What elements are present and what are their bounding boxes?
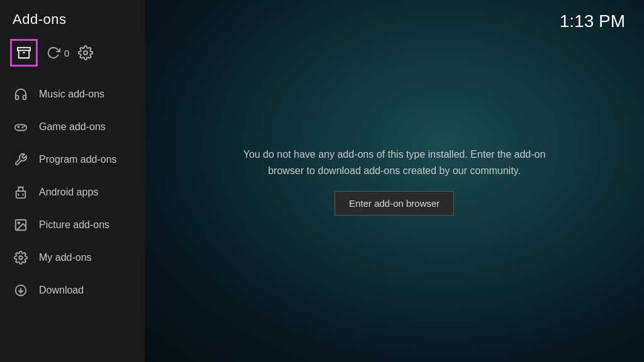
android-icon xyxy=(13,184,29,200)
sidebar-nav: Music add-ons Game add-ons xyxy=(0,75,145,362)
myadd-icon xyxy=(13,250,29,266)
sidebar-item-android[interactable]: Android apps xyxy=(0,176,145,209)
svg-line-8 xyxy=(18,187,19,188)
svg-rect-0 xyxy=(18,48,30,51)
sidebar-item-myadd[interactable]: My add-ons xyxy=(0,241,145,274)
sidebar-item-download[interactable]: Download xyxy=(0,274,145,307)
download-icon xyxy=(13,282,29,299)
svg-point-2 xyxy=(84,51,87,55)
sidebar-item-label: Picture add-ons xyxy=(39,219,109,231)
toolbar: 0 xyxy=(0,34,145,75)
refresh-count: 0 xyxy=(64,48,69,58)
svg-rect-7 xyxy=(15,124,26,130)
refresh-area[interactable]: 0 xyxy=(47,46,69,60)
sidebar-item-picture[interactable]: Picture add-ons xyxy=(0,209,145,241)
gamepad-icon xyxy=(13,119,29,135)
svg-point-13 xyxy=(18,222,19,224)
sidebar-item-label: Game add-ons xyxy=(39,121,106,133)
sidebar-item-label: Download xyxy=(39,285,84,296)
main-content: 1:13 PM You do not have any add-ons of t… xyxy=(145,0,644,362)
enter-browser-button[interactable]: Enter add-on browser xyxy=(335,191,454,216)
time-display: 1:13 PM xyxy=(560,11,625,31)
svg-line-9 xyxy=(23,187,24,188)
page-title: Add-ons xyxy=(0,0,145,34)
sidebar-item-label: Music add-ons xyxy=(39,89,104,100)
sidebar-item-game[interactable]: Game add-ons xyxy=(0,111,145,143)
sidebar: Add-ons 0 xyxy=(0,0,145,362)
image-icon xyxy=(13,217,29,233)
refresh-icon xyxy=(47,46,60,60)
message-box: You do not have any add-ons of this type… xyxy=(237,146,552,216)
sidebar-item-label: My add-ons xyxy=(39,252,92,263)
sidebar-item-label: Android apps xyxy=(39,187,98,198)
sidebar-item-program[interactable]: Program add-ons xyxy=(0,143,145,176)
wrench-icon xyxy=(13,151,29,168)
sidebar-item-music[interactable]: Music add-ons xyxy=(0,78,145,111)
headphones-icon xyxy=(13,86,29,102)
empty-message: You do not have any add-ons of this type… xyxy=(237,146,552,178)
settings-icon[interactable] xyxy=(78,45,93,60)
addon-box-icon[interactable] xyxy=(10,39,38,67)
sidebar-item-label: Program add-ons xyxy=(39,154,117,165)
svg-point-14 xyxy=(19,256,23,260)
